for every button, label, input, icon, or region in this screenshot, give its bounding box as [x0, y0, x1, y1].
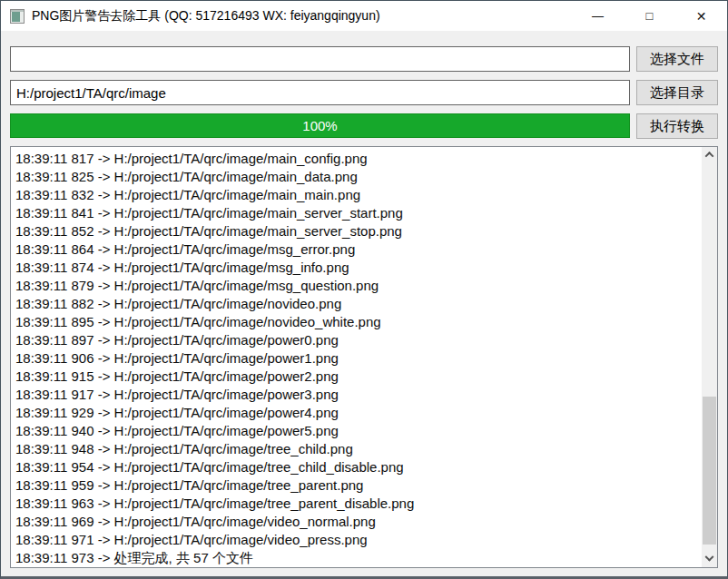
- log-line: 18:39:11 971 -> H:/project1/TA/qrc/image…: [15, 531, 696, 549]
- log-output-area[interactable]: 18:39:11 817 -> H:/project1/TA/qrc/image…: [10, 146, 718, 568]
- log-line: 18:39:11 940 -> H:/project1/TA/qrc/image…: [15, 422, 696, 440]
- minimize-button[interactable]: —: [572, 1, 624, 31]
- log-line: 18:39:11 882 -> H:/project1/TA/qrc/image…: [15, 295, 696, 313]
- maximize-icon: □: [646, 9, 654, 23]
- file-select-row: 选择文件: [10, 46, 718, 72]
- close-icon: ✕: [696, 9, 707, 24]
- execute-convert-button[interactable]: 执行转换: [636, 113, 718, 139]
- log-line: 18:39:11 874 -> H:/project1/TA/qrc/image…: [15, 259, 696, 277]
- window-controls: — □ ✕: [572, 1, 727, 31]
- log-line: 18:39:11 969 -> H:/project1/TA/qrc/image…: [15, 513, 696, 531]
- log-line: 18:39:11 825 -> H:/project1/TA/qrc/image…: [15, 168, 696, 186]
- log-line: 18:39:11 906 -> H:/project1/TA/qrc/image…: [15, 349, 696, 368]
- app-window: PNG图片警告去除工具 (QQ: 517216493 WX: feiyangqi…: [0, 0, 728, 579]
- window-title: PNG图片警告去除工具 (QQ: 517216493 WX: feiyangqi…: [32, 8, 380, 25]
- log-line: 18:39:11 929 -> H:/project1/TA/qrc/image…: [15, 404, 696, 422]
- vertical-scrollbar[interactable]: [702, 147, 717, 567]
- minimize-icon: —: [592, 9, 604, 23]
- log-line: 18:39:11 817 -> H:/project1/TA/qrc/image…: [15, 150, 696, 168]
- log-line: 18:39:11 832 -> H:/project1/TA/qrc/image…: [15, 186, 696, 204]
- log-line: 18:39:11 895 -> H:/project1/TA/qrc/image…: [15, 313, 696, 331]
- log-line: 18:39:11 897 -> H:/project1/TA/qrc/image…: [15, 331, 696, 349]
- log-line: 18:39:11 963 -> H:/project1/TA/qrc/image…: [15, 495, 696, 513]
- log-line: 18:39:11 917 -> H:/project1/TA/qrc/image…: [15, 386, 696, 404]
- log-line: 18:39:11 852 -> H:/project1/TA/qrc/image…: [15, 222, 696, 240]
- close-button[interactable]: ✕: [675, 1, 727, 31]
- directory-path-input[interactable]: [10, 80, 630, 105]
- log-line: 18:39:11 841 -> H:/project1/TA/qrc/image…: [15, 204, 696, 222]
- convert-row: 100% 执行转换: [10, 113, 718, 139]
- dir-select-row: 选择目录: [10, 80, 718, 105]
- title-bar[interactable]: PNG图片警告去除工具 (QQ: 517216493 WX: feiyangqi…: [1, 1, 727, 31]
- log-line: 18:39:11 948 -> H:/project1/TA/qrc/image…: [15, 440, 696, 458]
- chevron-down-icon: [705, 553, 714, 562]
- content-area: 选择文件 选择目录 100% 执行转换: [1, 46, 727, 139]
- progress-percent-label: 100%: [11, 114, 629, 137]
- scrollbar-thumb[interactable]: [703, 397, 716, 545]
- chevron-up-icon: [705, 152, 714, 161]
- app-icon: [10, 9, 25, 24]
- log-line: 18:39:11 879 -> H:/project1/TA/qrc/image…: [15, 277, 696, 295]
- progress-bar: 100%: [10, 113, 630, 138]
- log-lines: 18:39:11 817 -> H:/project1/TA/qrc/image…: [11, 147, 702, 567]
- file-path-input[interactable]: [10, 46, 630, 72]
- select-directory-button[interactable]: 选择目录: [636, 80, 718, 105]
- scroll-down-button[interactable]: [702, 552, 717, 567]
- log-line: 18:39:11 954 -> H:/project1/TA/qrc/image…: [15, 458, 696, 476]
- maximize-button[interactable]: □: [624, 1, 675, 31]
- log-line: 18:39:11 864 -> H:/project1/TA/qrc/image…: [15, 240, 696, 259]
- log-line: 18:39:11 973 -> 处理完成, 共 57 个文件: [15, 549, 696, 567]
- log-line: 18:39:11 959 -> H:/project1/TA/qrc/image…: [15, 476, 696, 495]
- log-line: 18:39:11 915 -> H:/project1/TA/qrc/image…: [15, 368, 696, 386]
- select-file-button[interactable]: 选择文件: [636, 46, 718, 72]
- scroll-up-button[interactable]: [702, 147, 717, 162]
